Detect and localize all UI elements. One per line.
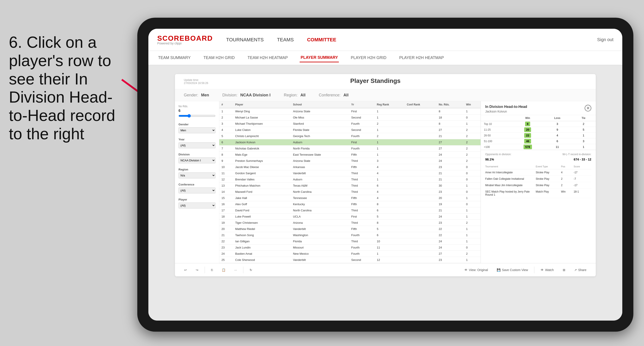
region-filter: Region: All — [284, 93, 306, 98]
cell-win: 0 — [464, 201, 480, 207]
cell-player: Jake Hall — [233, 195, 291, 201]
cell-reg-rank: 1 — [374, 127, 404, 133]
tier-loss: 11 — [544, 144, 571, 150]
table-row[interactable]: 13 Phichakun Maichon Texas A&M Third 6 3… — [219, 183, 480, 189]
table-row[interactable]: 1 Wenyi Ding Arizona State First 1 8 1 — [219, 108, 480, 115]
redo-button[interactable]: ↪ — [193, 267, 201, 273]
table-row[interactable]: 4 Luke Claton Florida State Second 1 27 … — [219, 127, 480, 133]
cell-school: Auburn — [291, 139, 349, 146]
tier-tie: 3 — [571, 138, 596, 144]
region-select[interactable]: N/a — [178, 173, 216, 178]
th-tournament: Tournament — [485, 165, 536, 168]
cell-reg-rank: 1 — [374, 176, 404, 183]
refresh-button[interactable]: ↻ — [247, 267, 255, 273]
cell-reg-rank: 4 — [374, 189, 404, 195]
year-select[interactable]: (All) — [178, 142, 216, 148]
cell-no-rds: 22 — [436, 226, 464, 232]
table-row[interactable]: 5 Christo Lamprecht Georgia Tech Fourth … — [219, 133, 480, 139]
col-win: Win — [464, 101, 480, 108]
nav-teams[interactable]: TEAMS — [277, 35, 294, 45]
conference-select[interactable]: (All) — [178, 187, 216, 193]
tournament-name: Amer Ari Intercollegiate — [485, 171, 536, 174]
undo-button[interactable]: ↩ — [182, 267, 190, 273]
cell-no-rds: 21 — [436, 176, 464, 183]
cell-win: 1 — [464, 121, 480, 127]
sub-nav-player-h2h-heatmap[interactable]: PLAYER H2H HEATMAP — [398, 54, 445, 62]
table-row[interactable]: 18 Luke Powell UCLA First 5 24 1 — [219, 214, 480, 220]
cell-school: Vanderbilt — [291, 257, 349, 263]
wlt-label: W-L-T record in-division: — [562, 153, 591, 156]
table-row[interactable]: 25 Cole Sherwood Vanderbilt Second 12 23… — [219, 257, 480, 263]
table-row[interactable]: 12 Brendan Valles Auburn Third 1 21 0 — [219, 176, 480, 183]
cell-yr: Third — [349, 158, 374, 164]
cell-player: Gordon Sargent — [233, 170, 291, 176]
cell-school: Arizona — [291, 220, 349, 226]
share-button[interactable]: ↗ Share — [572, 267, 589, 273]
nav-tournaments[interactable]: TOURNAMENTS — [226, 35, 264, 45]
table-row[interactable]: 22 Ian Gilligan Florida Third 10 24 1 — [219, 238, 480, 244]
sub-nav-player-h2h-grid[interactable]: PLAYER H2H GRID — [350, 54, 387, 62]
table-row[interactable]: 2 Michael La Sasse Ole Miss Second 1 18 … — [219, 115, 480, 121]
cell-conf-rank — [404, 244, 436, 251]
cell-rank: 6 — [219, 139, 233, 146]
view-original-button[interactable]: 👁 View: Original — [462, 267, 490, 273]
more-button[interactable]: ··· — [232, 267, 240, 273]
sub-nav-team-summary[interactable]: TEAM SUMMARY — [157, 54, 192, 62]
sub-nav-team-h2h-heatmap[interactable]: TEAM H2H HEATMAP — [247, 54, 289, 62]
table-row[interactable]: 17 David Ford North Carolina Third 6 21 … — [219, 207, 480, 214]
copy-button[interactable]: ⎘ — [208, 267, 216, 273]
h2h-tier-row: 26-50 22 4 1 — [481, 133, 596, 138]
division-filter: Division: NCAA Division I — [222, 93, 270, 98]
cell-win: 2 — [464, 152, 480, 158]
table-row[interactable]: 3 Michael Thorbjornsen Stanford Fourth 2… — [219, 121, 480, 127]
table-row[interactable]: 10 Jacob Mac Dleese Arkansas Fifth 4 23 … — [219, 164, 480, 170]
wlt-val: 674 - 33 - 12 — [574, 158, 591, 161]
cell-reg-rank: 11 — [374, 244, 404, 251]
table-row[interactable]: 7 Nicholas Gabrelcik North Florida Fourt… — [219, 146, 480, 152]
sub-nav-team-h2h-grid[interactable]: TEAM H2H GRID — [203, 54, 236, 62]
tier-win: 578 — [512, 144, 544, 150]
sign-out-button[interactable]: Sign out — [597, 37, 614, 42]
col-conf-rank: Conf Rank — [404, 101, 436, 108]
watch-button[interactable]: 👁 Watch — [538, 267, 556, 273]
table-row[interactable]: 15 Jake Hall Tennessee Fifth 4 20 1 — [219, 195, 480, 201]
table-row[interactable]: 14 Maxwell Ford North Carolina Third 4 2… — [219, 189, 480, 195]
paste-button[interactable]: 📋 — [219, 267, 228, 273]
sub-nav-player-summary[interactable]: PLAYER SUMMARY — [300, 53, 339, 62]
save-custom-button[interactable]: 💾 Save Custom View — [494, 267, 530, 273]
table-row[interactable]: 6 Jackson Koivun Auburn First 1 27 2 — [219, 139, 480, 146]
table-row[interactable]: 24 Bastien Amat New Mexico Fourth 1 27 2 — [219, 251, 480, 257]
cell-school: Stanford — [291, 121, 349, 127]
nav-committee[interactable]: COMMITTEE — [307, 35, 336, 45]
cell-rank: 16 — [219, 201, 233, 207]
player-filter-panel: Player (All) — [178, 198, 216, 208]
no-rds-slider[interactable] — [178, 114, 216, 118]
layout-button[interactable]: ⊞ — [560, 267, 568, 273]
cell-no-rds: 22 — [436, 232, 464, 238]
h2h-close-button[interactable]: ✕ — [585, 105, 591, 111]
table-row[interactable]: 19 Tiger Christensen Arizona Third 8 23 … — [219, 220, 480, 226]
cell-yr: Fourth — [349, 244, 374, 251]
tournament-row: Fallen Oak Collegiate Invitational Strok… — [485, 176, 591, 182]
logo-scoreboard: SCOREBOARD — [157, 34, 213, 42]
h2h-tier-row: >100 578 11 1 — [481, 144, 596, 150]
cell-win: 2 — [464, 158, 480, 164]
h2h-tier-row: 51-100 46 6 3 — [481, 138, 596, 144]
table-row[interactable]: 11 Gordon Sargent Vanderbilt Third 4 21 … — [219, 170, 480, 176]
table-row[interactable]: 20 Matthew Riedel Vanderbilt Fifth 5 22 … — [219, 226, 480, 232]
cell-yr: Third — [349, 238, 374, 244]
h2h-col-tier — [481, 115, 512, 121]
gender-select[interactable]: Men — [178, 127, 216, 133]
table-row[interactable]: 8 Mats Ege East Tennessee State Fifth 1 … — [219, 152, 480, 158]
tournament-pos: 4 — [561, 171, 574, 174]
division-select[interactable]: NCAA Division I — [178, 158, 216, 163]
cell-yr: Fifth — [349, 152, 374, 158]
cell-conf-rank — [404, 207, 436, 214]
player-select[interactable]: (All) — [178, 202, 216, 208]
table-row[interactable]: 23 Jack Lundin Missouri Fourth 11 24 0 — [219, 244, 480, 251]
cell-no-rds: 23 — [436, 257, 464, 263]
table-row[interactable]: 21 Taehoon Song Washington Fourth 6 22 1 — [219, 232, 480, 238]
cell-no-rds: 27 — [436, 139, 464, 146]
table-row[interactable]: 9 Preston Summerhays Arizona State Third… — [219, 158, 480, 164]
table-row[interactable]: 16 Alex Goff Kentucky Fifth 8 19 0 — [219, 201, 480, 207]
